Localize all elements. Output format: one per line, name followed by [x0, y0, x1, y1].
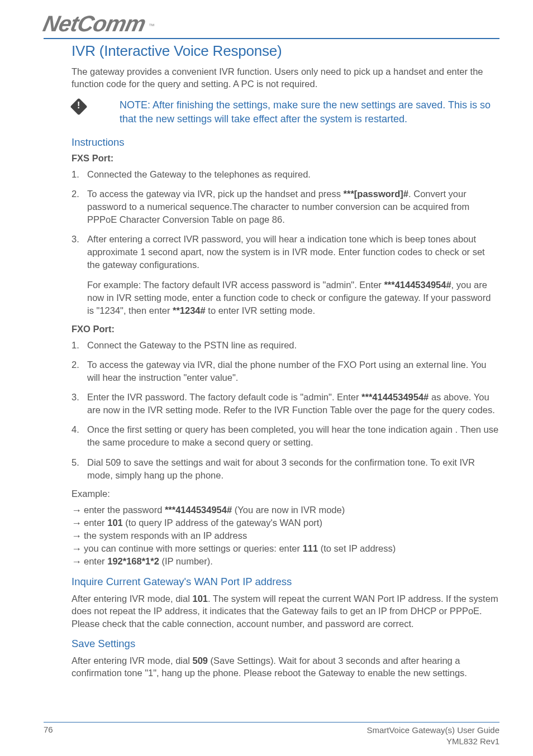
ex4-code: 111: [303, 543, 318, 553]
fxo-port-heading: FXO Port:: [72, 324, 499, 334]
fxs-sub-e: to enter IVR setting mode.: [206, 305, 315, 315]
ex1-c: (You are now in IVR mode): [232, 505, 345, 515]
fxo-step-4: Once the first setting or query has been…: [72, 423, 499, 449]
fxs-step-1: Connected the Gateway to the telephones …: [72, 168, 499, 181]
fxs-steps-list: Connected the Gateway to the telephones …: [72, 168, 499, 272]
logo-text: NetComm: [41, 12, 147, 35]
alert-icon: !: [72, 99, 87, 115]
fxo-step-3-a: Enter the IVR password. The factory defa…: [87, 392, 361, 402]
note-text: NOTE: After finishing the settings, make…: [120, 98, 499, 126]
fxs-step-2-code: ***[password]#: [344, 189, 408, 199]
footer-revision: YML832 Rev1: [367, 736, 499, 747]
ex4-a: you can continue with more settings or q…: [84, 543, 303, 553]
trademark-symbol: ™: [149, 22, 155, 29]
fxs-sub-code-2: **1234#: [173, 305, 206, 315]
ex5-c: (IP number).: [159, 556, 213, 566]
ex4-c: (to set IP address): [318, 543, 396, 553]
ex1-a: enter the password: [84, 505, 165, 515]
fxo-step-3: Enter the IVR password. The factory defa…: [72, 391, 499, 417]
page-number: 76: [44, 725, 53, 748]
ex5-code: 192*168*1*2: [107, 556, 159, 566]
example-line-2: enter 101 (to query IP address of the ga…: [72, 516, 499, 529]
fxs-port-heading: FXS Port:: [72, 153, 499, 164]
save-settings-paragraph: After entering IVR mode, dial 509 (Save …: [72, 654, 499, 680]
example-steps: enter the password ***4144534954# (You a…: [72, 504, 499, 568]
brand-logo: NetComm ™: [44, 12, 499, 35]
inquire-code: 101: [192, 594, 208, 604]
inquire-a: After entering IVR mode, dial: [72, 594, 192, 604]
intro-paragraph: The gateway provides a convenient IVR fu…: [72, 65, 499, 90]
fxo-step-1: Connect the Gateway to the PSTN line as …: [72, 339, 499, 352]
footer-guide-name: SmartVoice Gateway(s) User Guide: [367, 725, 499, 736]
ex2-code: 101: [107, 518, 123, 528]
instructions-heading: Instructions: [72, 136, 499, 149]
ex1-code: ***4144534954#: [165, 505, 232, 515]
fxs-step-3: After entering a correct IVR password, y…: [72, 233, 499, 271]
fxs-step-2: To access the gateway via IVR, pick up t…: [72, 188, 499, 226]
example-label: Example:: [72, 489, 499, 499]
ex2-a: enter: [84, 518, 107, 528]
example-line-4: you can continue with more settings or q…: [72, 542, 499, 555]
fxo-steps-list: Connect the Gateway to the PSTN line as …: [72, 339, 499, 482]
page-footer: 76 SmartVoice Gateway(s) User Guide YML8…: [44, 722, 499, 748]
note-callout: ! NOTE: After finishing the settings, ma…: [72, 98, 499, 126]
example-line-3: the system responds with an IP address: [72, 529, 499, 542]
header-rule: [44, 38, 499, 39]
fxs-sub-code-1: ***4144534954#: [384, 280, 451, 290]
fxo-step-2: To access the gateway via IVR, dial the …: [72, 358, 499, 384]
save-a: After entering IVR mode, dial: [72, 655, 192, 666]
page-title: IVR (Interactive Voice Response): [72, 42, 499, 60]
save-settings-heading: Save Settings: [72, 638, 499, 650]
example-line-5: enter 192*168*1*2 (IP number).: [72, 555, 499, 568]
save-code: 509: [192, 655, 208, 666]
inquire-heading: Inquire Current Gateway's WAN Port IP ad…: [72, 576, 499, 588]
fxo-step-3-code: ***4144534954#: [361, 392, 429, 402]
fxs-step-3-example: For example: The factory default IVR acc…: [72, 279, 499, 317]
ex5-a: enter: [84, 556, 107, 566]
ex2-c: (to query IP address of the gateway's WA…: [123, 518, 322, 528]
fxs-step-2-text-a: To access the gateway via IVR, pick up t…: [87, 189, 344, 199]
fxs-sub-a: For example: The factory default IVR acc…: [87, 280, 384, 290]
example-line-1: enter the password ***4144534954# (You a…: [72, 504, 499, 516]
inquire-paragraph: After entering IVR mode, dial 101. The s…: [72, 592, 499, 630]
fxo-step-5: Dial 509 to save the settings and wait f…: [72, 456, 499, 482]
